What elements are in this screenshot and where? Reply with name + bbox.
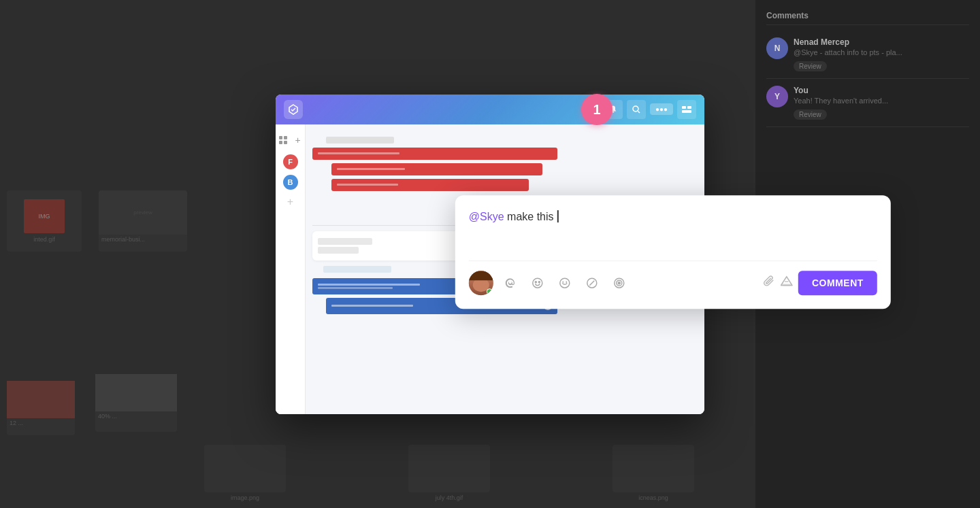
comment-toolbar: COMMENT bbox=[469, 260, 877, 295]
gantt-red-section bbox=[312, 137, 698, 191]
bg-label-3: image.png bbox=[231, 494, 259, 501]
gantt-bar-red-1 bbox=[312, 148, 557, 160]
drive-icon[interactable] bbox=[781, 275, 793, 290]
comment-input-area: @Skye make this bbox=[469, 209, 877, 250]
svg-point-10 bbox=[535, 281, 536, 282]
svg-point-19 bbox=[618, 282, 620, 284]
paperclip-icon[interactable] bbox=[763, 275, 775, 290]
svg-rect-7 bbox=[279, 141, 282, 144]
toolbar-right: COMMENT bbox=[763, 271, 877, 295]
sidebar-dot-blue[interactable]: B bbox=[283, 175, 298, 190]
online-indicator bbox=[487, 288, 493, 294]
comment-button[interactable]: COMMENT bbox=[798, 271, 877, 295]
comment-avatar-2: Y bbox=[766, 86, 788, 107]
app-header: ●●● bbox=[276, 95, 704, 124]
layout-icon[interactable] bbox=[677, 100, 696, 119]
at-mention-icon[interactable] bbox=[499, 271, 522, 294]
header-icons: ●●● bbox=[604, 100, 696, 119]
bg-label-4: july 4th.gif bbox=[436, 494, 463, 501]
svg-line-16 bbox=[590, 281, 594, 285]
svg-line-1 bbox=[638, 111, 640, 113]
comment-popup: @Skye make this bbox=[455, 195, 891, 309]
comment-review-tag: Review bbox=[794, 59, 969, 71]
bg-label-1: inted.gif bbox=[33, 236, 55, 243]
sidebar-toolbar: + bbox=[276, 131, 307, 149]
bg-label-2: memorial-busi... bbox=[99, 235, 187, 244]
toolbar-icons-group bbox=[499, 271, 757, 294]
comment-mention: @Skye bbox=[469, 211, 504, 222]
search-icon[interactable] bbox=[627, 100, 646, 119]
bg-label-5: icneas.png bbox=[638, 494, 668, 501]
svg-rect-8 bbox=[284, 141, 287, 144]
comment-item: Y You Yeah! They haven't arrived... Revi… bbox=[766, 79, 969, 127]
app-logo bbox=[284, 100, 303, 119]
svg-rect-2 bbox=[682, 106, 686, 109]
comment-content-2: You Yeah! They haven't arrived... Review bbox=[794, 86, 969, 120]
text-cursor bbox=[557, 210, 559, 222]
app-sidebar: + F B + bbox=[276, 124, 306, 414]
header-dots[interactable]: ●●● bbox=[650, 103, 673, 115]
svg-rect-4 bbox=[682, 110, 691, 113]
sidebar-add-btn[interactable]: + bbox=[284, 195, 297, 209]
comment-review-tag-2: Review bbox=[794, 107, 969, 120]
svg-point-9 bbox=[533, 278, 542, 288]
comment-author-2: You bbox=[794, 86, 969, 95]
svg-rect-3 bbox=[687, 106, 691, 109]
comment-author: Nenad Mercep bbox=[794, 37, 969, 47]
sidebar-dot-red[interactable]: F bbox=[283, 154, 298, 169]
gantt-bar-red-3 bbox=[331, 179, 529, 191]
grid-icon[interactable] bbox=[277, 134, 289, 146]
reaction-icon[interactable] bbox=[526, 271, 549, 294]
badge-number: 1 bbox=[593, 102, 600, 118]
svg-point-12 bbox=[560, 278, 570, 288]
comment-item: N Nenad Mercep @Skye - attach info to pt… bbox=[766, 31, 969, 79]
svg-rect-5 bbox=[279, 136, 282, 139]
commenter-avatar bbox=[469, 271, 493, 295]
svg-rect-6 bbox=[284, 136, 287, 139]
comment-text-2: Yeah! They haven't arrived... bbox=[794, 97, 969, 105]
target-icon[interactable] bbox=[608, 271, 631, 294]
comment-content: Nenad Mercep @Skye - attach info to pts … bbox=[794, 37, 969, 71]
gantt-bar-red-2 bbox=[331, 163, 542, 175]
add-icon[interactable]: + bbox=[292, 134, 304, 146]
svg-point-0 bbox=[633, 106, 638, 112]
comment-avatar: N bbox=[766, 37, 788, 59]
comment-input-text: make this bbox=[504, 211, 557, 222]
notification-badge: 1 bbox=[581, 94, 612, 125]
comment-text: @Skye - attach info to pts - pla... bbox=[794, 48, 969, 56]
right-panel-header: Comments bbox=[766, 11, 969, 25]
emoji-icon[interactable] bbox=[553, 271, 576, 294]
slash-command-icon[interactable] bbox=[581, 271, 604, 294]
svg-point-11 bbox=[538, 281, 540, 282]
